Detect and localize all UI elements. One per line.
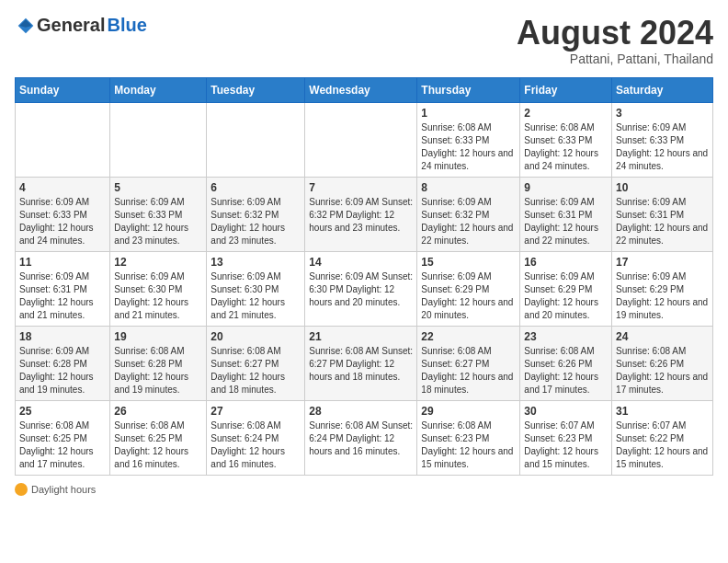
day-number: 28 bbox=[309, 405, 413, 418]
day-info: Sunrise: 6:09 AM Sunset: 6:29 PM Dayligh… bbox=[421, 270, 516, 322]
day-info: Sunrise: 6:07 AM Sunset: 6:22 PM Dayligh… bbox=[616, 419, 709, 471]
calendar-cell: 17Sunrise: 6:09 AM Sunset: 6:29 PM Dayli… bbox=[612, 251, 713, 326]
day-number: 17 bbox=[616, 256, 709, 269]
day-info: Sunrise: 6:09 AM Sunset: 6:28 PM Dayligh… bbox=[19, 345, 106, 396]
day-number: 11 bbox=[19, 256, 106, 269]
day-header-tuesday: Tuesday bbox=[207, 77, 305, 102]
calendar-cell bbox=[207, 102, 305, 177]
calendar-cell: 5Sunrise: 6:09 AM Sunset: 6:33 PM Daylig… bbox=[110, 177, 207, 251]
calendar-cell bbox=[16, 102, 110, 177]
day-number: 16 bbox=[524, 256, 608, 269]
calendar-table: SundayMondayTuesdayWednesdayThursdayFrid… bbox=[15, 77, 713, 476]
day-info: Sunrise: 6:09 AM Sunset: 6:32 PM Dayligh… bbox=[309, 196, 413, 235]
calendar-cell bbox=[305, 102, 417, 177]
day-info: Sunrise: 6:08 AM Sunset: 6:25 PM Dayligh… bbox=[114, 419, 202, 471]
calendar-cell: 18Sunrise: 6:09 AM Sunset: 6:28 PM Dayli… bbox=[16, 326, 110, 400]
day-info: Sunrise: 6:09 AM Sunset: 6:33 PM Dayligh… bbox=[19, 196, 106, 247]
week-row-2: 11Sunrise: 6:09 AM Sunset: 6:31 PM Dayli… bbox=[16, 251, 713, 326]
calendar-cell: 6Sunrise: 6:09 AM Sunset: 6:32 PM Daylig… bbox=[207, 177, 305, 251]
day-info: Sunrise: 6:09 AM Sunset: 6:31 PM Dayligh… bbox=[524, 196, 608, 247]
calendar-cell: 7Sunrise: 6:09 AM Sunset: 6:32 PM Daylig… bbox=[305, 177, 417, 251]
calendar-cell: 22Sunrise: 6:08 AM Sunset: 6:27 PM Dayli… bbox=[417, 326, 520, 400]
day-number: 18 bbox=[19, 330, 106, 343]
day-info: Sunrise: 6:09 AM Sunset: 6:31 PM Dayligh… bbox=[19, 270, 106, 322]
day-number: 1 bbox=[421, 107, 516, 120]
logo-blue-text: Blue bbox=[107, 15, 146, 36]
calendar-cell: 13Sunrise: 6:09 AM Sunset: 6:30 PM Dayli… bbox=[207, 251, 305, 326]
calendar-cell: 26Sunrise: 6:08 AM Sunset: 6:25 PM Dayli… bbox=[110, 400, 207, 475]
day-info: Sunrise: 6:09 AM Sunset: 6:33 PM Dayligh… bbox=[114, 196, 202, 247]
day-info: Sunrise: 6:08 AM Sunset: 6:33 PM Dayligh… bbox=[524, 121, 608, 173]
calendar-cell: 29Sunrise: 6:08 AM Sunset: 6:23 PM Dayli… bbox=[417, 400, 520, 475]
day-number: 10 bbox=[616, 181, 709, 194]
calendar-cell: 30Sunrise: 6:07 AM Sunset: 6:23 PM Dayli… bbox=[520, 400, 612, 475]
day-number: 25 bbox=[19, 405, 106, 418]
day-info: Sunrise: 6:08 AM Sunset: 6:26 PM Dayligh… bbox=[524, 345, 608, 396]
day-header-friday: Friday bbox=[520, 77, 612, 102]
day-info: Sunrise: 6:08 AM Sunset: 6:24 PM Dayligh… bbox=[309, 419, 413, 458]
footer-note: Daylight hours bbox=[15, 483, 713, 496]
week-row-1: 4Sunrise: 6:09 AM Sunset: 6:33 PM Daylig… bbox=[16, 177, 713, 251]
calendar-cell: 27Sunrise: 6:08 AM Sunset: 6:24 PM Dayli… bbox=[207, 400, 305, 475]
day-info: Sunrise: 6:09 AM Sunset: 6:30 PM Dayligh… bbox=[114, 270, 202, 322]
day-header-thursday: Thursday bbox=[417, 77, 520, 102]
day-number: 5 bbox=[114, 181, 202, 194]
day-info: Sunrise: 6:09 AM Sunset: 6:32 PM Dayligh… bbox=[210, 196, 301, 247]
day-number: 6 bbox=[210, 181, 301, 194]
day-number: 9 bbox=[524, 181, 608, 194]
header: General Blue August 2024 Pattani, Pattan… bbox=[15, 15, 713, 66]
calendar-cell: 3Sunrise: 6:09 AM Sunset: 6:33 PM Daylig… bbox=[612, 102, 713, 177]
sun-icon bbox=[15, 483, 28, 496]
day-info: Sunrise: 6:09 AM Sunset: 6:29 PM Dayligh… bbox=[524, 270, 608, 322]
day-info: Sunrise: 6:09 AM Sunset: 6:29 PM Dayligh… bbox=[616, 270, 709, 322]
week-row-3: 18Sunrise: 6:09 AM Sunset: 6:28 PM Dayli… bbox=[16, 326, 713, 400]
day-number: 12 bbox=[114, 256, 202, 269]
day-info: Sunrise: 6:08 AM Sunset: 6:26 PM Dayligh… bbox=[616, 345, 709, 396]
calendar-cell: 9Sunrise: 6:09 AM Sunset: 6:31 PM Daylig… bbox=[520, 177, 612, 251]
location-subtitle: Pattani, Pattani, Thailand bbox=[517, 52, 713, 66]
day-info: Sunrise: 6:08 AM Sunset: 6:27 PM Dayligh… bbox=[210, 345, 301, 396]
day-info: Sunrise: 6:07 AM Sunset: 6:23 PM Dayligh… bbox=[524, 419, 608, 471]
day-info: Sunrise: 6:09 AM Sunset: 6:30 PM Dayligh… bbox=[210, 270, 301, 322]
day-info: Sunrise: 6:09 AM Sunset: 6:32 PM Dayligh… bbox=[421, 196, 516, 247]
calendar-cell: 19Sunrise: 6:08 AM Sunset: 6:28 PM Dayli… bbox=[110, 326, 207, 400]
calendar-cell: 1Sunrise: 6:08 AM Sunset: 6:33 PM Daylig… bbox=[417, 102, 520, 177]
day-number: 13 bbox=[210, 256, 301, 269]
calendar-cell: 11Sunrise: 6:09 AM Sunset: 6:31 PM Dayli… bbox=[16, 251, 110, 326]
day-info: Sunrise: 6:08 AM Sunset: 6:27 PM Dayligh… bbox=[309, 345, 413, 384]
day-info: Sunrise: 6:08 AM Sunset: 6:33 PM Dayligh… bbox=[421, 121, 516, 173]
day-number: 29 bbox=[421, 405, 516, 418]
calendar-cell: 8Sunrise: 6:09 AM Sunset: 6:32 PM Daylig… bbox=[417, 177, 520, 251]
day-number: 30 bbox=[524, 405, 608, 418]
calendar-cell: 23Sunrise: 6:08 AM Sunset: 6:26 PM Dayli… bbox=[520, 326, 612, 400]
day-number: 4 bbox=[19, 181, 106, 194]
day-info: Sunrise: 6:08 AM Sunset: 6:27 PM Dayligh… bbox=[421, 345, 516, 396]
logo: General Blue bbox=[15, 15, 147, 36]
day-number: 2 bbox=[524, 107, 608, 120]
day-number: 31 bbox=[616, 405, 709, 418]
day-header-wednesday: Wednesday bbox=[305, 77, 417, 102]
calendar-cell: 20Sunrise: 6:08 AM Sunset: 6:27 PM Dayli… bbox=[207, 326, 305, 400]
header-row: SundayMondayTuesdayWednesdayThursdayFrid… bbox=[16, 77, 713, 102]
week-row-0: 1Sunrise: 6:08 AM Sunset: 6:33 PM Daylig… bbox=[16, 102, 713, 177]
day-number: 24 bbox=[616, 330, 709, 343]
calendar-cell: 21Sunrise: 6:08 AM Sunset: 6:27 PM Dayli… bbox=[305, 326, 417, 400]
day-number: 26 bbox=[114, 405, 202, 418]
calendar-cell: 24Sunrise: 6:08 AM Sunset: 6:26 PM Dayli… bbox=[612, 326, 713, 400]
day-info: Sunrise: 6:08 AM Sunset: 6:24 PM Dayligh… bbox=[210, 419, 301, 471]
day-header-sunday: Sunday bbox=[16, 77, 110, 102]
calendar-cell: 31Sunrise: 6:07 AM Sunset: 6:22 PM Dayli… bbox=[612, 400, 713, 475]
month-title: August 2024 bbox=[517, 15, 713, 52]
day-number: 8 bbox=[421, 181, 516, 194]
week-row-4: 25Sunrise: 6:08 AM Sunset: 6:25 PM Dayli… bbox=[16, 400, 713, 475]
calendar-cell: 14Sunrise: 6:09 AM Sunset: 6:30 PM Dayli… bbox=[305, 251, 417, 326]
day-number: 19 bbox=[114, 330, 202, 343]
day-info: Sunrise: 6:08 AM Sunset: 6:28 PM Dayligh… bbox=[114, 345, 202, 396]
day-info: Sunrise: 6:09 AM Sunset: 6:33 PM Dayligh… bbox=[616, 121, 709, 173]
calendar-cell: 16Sunrise: 6:09 AM Sunset: 6:29 PM Dayli… bbox=[520, 251, 612, 326]
day-info: Sunrise: 6:09 AM Sunset: 6:30 PM Dayligh… bbox=[309, 270, 413, 309]
day-number: 15 bbox=[421, 256, 516, 269]
calendar-cell: 10Sunrise: 6:09 AM Sunset: 6:31 PM Dayli… bbox=[612, 177, 713, 251]
footer-label: Daylight hours bbox=[31, 484, 96, 495]
logo-icon bbox=[17, 17, 35, 35]
